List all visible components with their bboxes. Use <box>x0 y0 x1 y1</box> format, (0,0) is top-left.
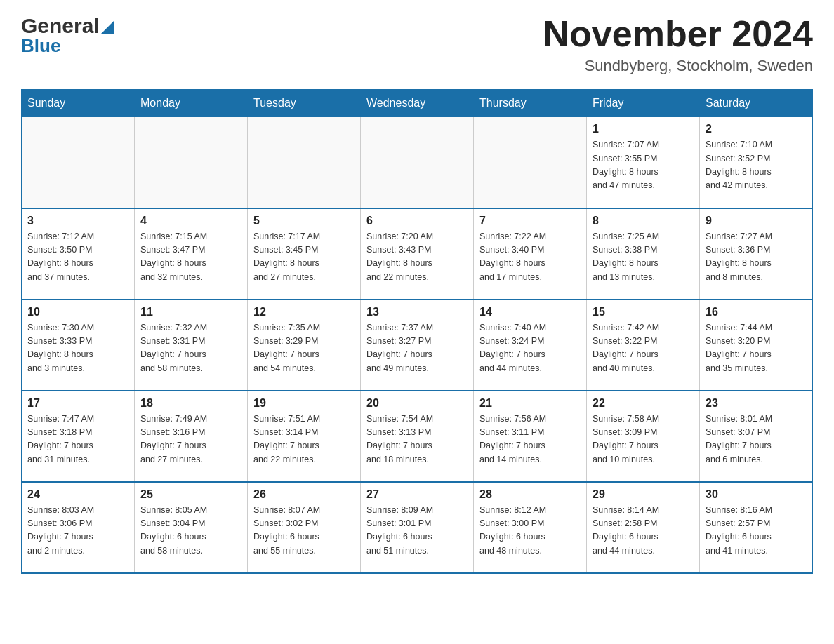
day-info: Sunrise: 7:42 AM Sunset: 3:22 PM Dayligh… <box>593 321 694 376</box>
day-info: Sunrise: 7:56 AM Sunset: 3:11 PM Dayligh… <box>479 412 581 467</box>
calendar-table: SundayMondayTuesdayWednesdayThursdayFrid… <box>21 89 813 574</box>
day-number: 12 <box>253 306 355 318</box>
week-row-5: 24Sunrise: 8:03 AM Sunset: 3:06 PM Dayli… <box>22 482 813 573</box>
title-block: November 2024 Sundbyberg, Stockholm, Swe… <box>543 14 813 75</box>
day-number: 29 <box>593 488 694 501</box>
page-header: General Blue November 2024 Sundbyberg, S… <box>21 14 813 75</box>
day-info: Sunrise: 7:17 AM Sunset: 3:45 PM Dayligh… <box>253 230 355 285</box>
day-info: Sunrise: 7:44 AM Sunset: 3:20 PM Dayligh… <box>706 321 807 376</box>
calendar-cell: 27Sunrise: 8:09 AM Sunset: 3:01 PM Dayli… <box>361 482 474 573</box>
day-info: Sunrise: 7:22 AM Sunset: 3:40 PM Dayligh… <box>479 230 581 285</box>
day-info: Sunrise: 8:01 AM Sunset: 3:07 PM Dayligh… <box>706 412 807 467</box>
day-number: 28 <box>479 488 581 501</box>
calendar-cell: 25Sunrise: 8:05 AM Sunset: 3:04 PM Dayli… <box>135 482 248 573</box>
day-number: 11 <box>140 306 241 318</box>
weekday-header-friday: Friday <box>587 90 700 117</box>
weekday-header-sunday: Sunday <box>22 90 135 117</box>
day-info: Sunrise: 7:58 AM Sunset: 3:09 PM Dayligh… <box>593 412 694 467</box>
calendar-cell: 17Sunrise: 7:47 AM Sunset: 3:18 PM Dayli… <box>22 391 135 482</box>
day-info: Sunrise: 7:35 AM Sunset: 3:29 PM Dayligh… <box>253 321 355 376</box>
calendar-cell: 10Sunrise: 7:30 AM Sunset: 3:33 PM Dayli… <box>22 300 135 391</box>
calendar-cell: 21Sunrise: 7:56 AM Sunset: 3:11 PM Dayli… <box>474 391 587 482</box>
day-info: Sunrise: 8:09 AM Sunset: 3:01 PM Dayligh… <box>366 504 468 558</box>
weekday-header-wednesday: Wednesday <box>361 90 474 117</box>
day-number: 5 <box>253 215 355 227</box>
week-row-3: 10Sunrise: 7:30 AM Sunset: 3:33 PM Dayli… <box>22 300 813 391</box>
weekday-header-saturday: Saturday <box>700 90 813 117</box>
calendar-cell: 1Sunrise: 7:07 AM Sunset: 3:55 PM Daylig… <box>587 117 700 208</box>
calendar-cell: 26Sunrise: 8:07 AM Sunset: 3:02 PM Dayli… <box>248 482 361 573</box>
day-info: Sunrise: 7:54 AM Sunset: 3:13 PM Dayligh… <box>366 412 468 467</box>
day-info: Sunrise: 8:03 AM Sunset: 3:06 PM Dayligh… <box>27 504 128 558</box>
logo-arrow-icon <box>101 21 114 34</box>
weekday-header-tuesday: Tuesday <box>248 90 361 117</box>
day-number: 9 <box>706 215 807 227</box>
day-number: 16 <box>706 306 807 318</box>
day-number: 2 <box>706 123 807 135</box>
week-row-4: 17Sunrise: 7:47 AM Sunset: 3:18 PM Dayli… <box>22 391 813 482</box>
calendar-cell: 2Sunrise: 7:10 AM Sunset: 3:52 PM Daylig… <box>700 117 813 208</box>
day-number: 19 <box>253 397 355 410</box>
day-number: 6 <box>366 215 468 227</box>
day-info: Sunrise: 8:12 AM Sunset: 3:00 PM Dayligh… <box>479 504 581 558</box>
day-info: Sunrise: 7:32 AM Sunset: 3:31 PM Dayligh… <box>140 321 241 376</box>
day-info: Sunrise: 8:07 AM Sunset: 3:02 PM Dayligh… <box>253 504 355 558</box>
logo-general-text: General <box>21 14 100 38</box>
weekday-header-monday: Monday <box>135 90 248 117</box>
day-number: 7 <box>479 215 581 227</box>
day-info: Sunrise: 7:20 AM Sunset: 3:43 PM Dayligh… <box>366 230 468 285</box>
day-number: 27 <box>366 488 468 501</box>
calendar-cell <box>22 117 135 208</box>
day-info: Sunrise: 7:27 AM Sunset: 3:36 PM Dayligh… <box>706 230 807 285</box>
weekday-header-row: SundayMondayTuesdayWednesdayThursdayFrid… <box>22 90 813 117</box>
calendar-cell: 20Sunrise: 7:54 AM Sunset: 3:13 PM Dayli… <box>361 391 474 482</box>
calendar-cell: 30Sunrise: 8:16 AM Sunset: 2:57 PM Dayli… <box>700 482 813 573</box>
day-number: 15 <box>593 306 694 318</box>
calendar-cell: 15Sunrise: 7:42 AM Sunset: 3:22 PM Dayli… <box>587 300 700 391</box>
day-info: Sunrise: 7:12 AM Sunset: 3:50 PM Dayligh… <box>27 230 128 285</box>
day-number: 8 <box>593 215 694 227</box>
calendar-cell: 7Sunrise: 7:22 AM Sunset: 3:40 PM Daylig… <box>474 208 587 300</box>
day-number: 24 <box>27 488 128 501</box>
calendar-cell: 29Sunrise: 8:14 AM Sunset: 2:58 PM Dayli… <box>587 482 700 573</box>
day-number: 22 <box>593 397 694 410</box>
day-number: 21 <box>479 397 581 410</box>
day-info: Sunrise: 8:05 AM Sunset: 3:04 PM Dayligh… <box>140 504 241 558</box>
calendar-cell: 8Sunrise: 7:25 AM Sunset: 3:38 PM Daylig… <box>587 208 700 300</box>
calendar-cell: 12Sunrise: 7:35 AM Sunset: 3:29 PM Dayli… <box>248 300 361 391</box>
day-info: Sunrise: 8:16 AM Sunset: 2:57 PM Dayligh… <box>706 504 807 558</box>
day-number: 4 <box>140 215 241 227</box>
calendar-cell: 4Sunrise: 7:15 AM Sunset: 3:47 PM Daylig… <box>135 208 248 300</box>
calendar-cell: 19Sunrise: 7:51 AM Sunset: 3:14 PM Dayli… <box>248 391 361 482</box>
calendar-cell <box>361 117 474 208</box>
day-number: 23 <box>706 397 807 410</box>
day-number: 1 <box>593 123 694 135</box>
day-info: Sunrise: 7:25 AM Sunset: 3:38 PM Dayligh… <box>593 230 694 285</box>
calendar-cell: 23Sunrise: 8:01 AM Sunset: 3:07 PM Dayli… <box>700 391 813 482</box>
day-info: Sunrise: 7:30 AM Sunset: 3:33 PM Dayligh… <box>27 321 128 376</box>
day-number: 17 <box>27 397 128 410</box>
calendar-cell: 9Sunrise: 7:27 AM Sunset: 3:36 PM Daylig… <box>700 208 813 300</box>
day-info: Sunrise: 8:14 AM Sunset: 2:58 PM Dayligh… <box>593 504 694 558</box>
day-info: Sunrise: 7:37 AM Sunset: 3:27 PM Dayligh… <box>366 321 468 376</box>
day-info: Sunrise: 7:47 AM Sunset: 3:18 PM Dayligh… <box>27 412 128 467</box>
day-info: Sunrise: 7:40 AM Sunset: 3:24 PM Dayligh… <box>479 321 581 376</box>
calendar-cell <box>135 117 248 208</box>
calendar-cell: 24Sunrise: 8:03 AM Sunset: 3:06 PM Dayli… <box>22 482 135 573</box>
weekday-header-thursday: Thursday <box>474 90 587 117</box>
day-number: 20 <box>366 397 468 410</box>
week-row-1: 1Sunrise: 7:07 AM Sunset: 3:55 PM Daylig… <box>22 117 813 208</box>
day-info: Sunrise: 7:07 AM Sunset: 3:55 PM Dayligh… <box>593 138 694 193</box>
calendar-cell: 5Sunrise: 7:17 AM Sunset: 3:45 PM Daylig… <box>248 208 361 300</box>
calendar-cell: 22Sunrise: 7:58 AM Sunset: 3:09 PM Dayli… <box>587 391 700 482</box>
month-title: November 2024 <box>543 14 813 54</box>
day-info: Sunrise: 7:51 AM Sunset: 3:14 PM Dayligh… <box>253 412 355 467</box>
day-number: 13 <box>366 306 468 318</box>
day-number: 3 <box>27 215 128 227</box>
day-number: 18 <box>140 397 241 410</box>
calendar-cell: 18Sunrise: 7:49 AM Sunset: 3:16 PM Dayli… <box>135 391 248 482</box>
calendar-cell <box>474 117 587 208</box>
calendar-cell: 3Sunrise: 7:12 AM Sunset: 3:50 PM Daylig… <box>22 208 135 300</box>
day-number: 25 <box>140 488 241 501</box>
calendar-cell: 14Sunrise: 7:40 AM Sunset: 3:24 PM Dayli… <box>474 300 587 391</box>
